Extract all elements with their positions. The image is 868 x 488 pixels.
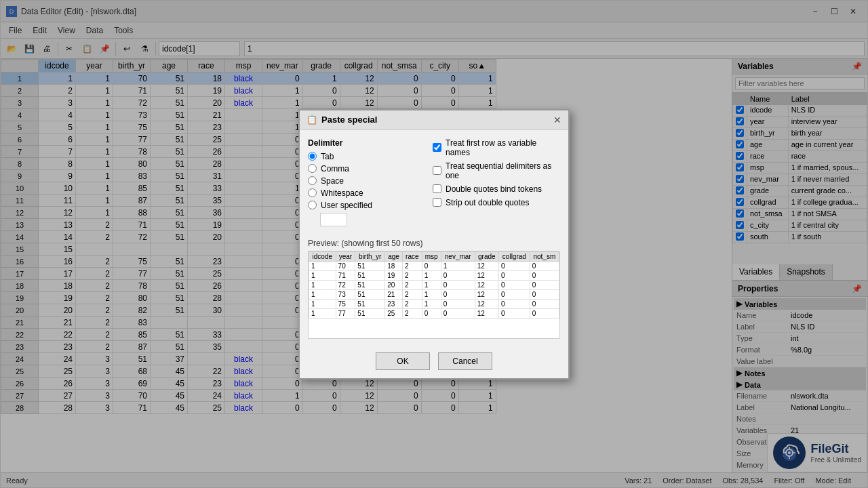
preview-col-header: year bbox=[336, 251, 355, 261]
table-row: 17551232101200 bbox=[309, 299, 559, 308]
checkbox-first-row[interactable]: Treat first row as variable names bbox=[433, 138, 560, 157]
preview-col-header: msp bbox=[422, 251, 441, 261]
cell: 18 bbox=[385, 261, 403, 270]
modal-close-button[interactable]: ✕ bbox=[553, 115, 561, 125]
cell: 0 bbox=[441, 289, 475, 299]
cell: 0 bbox=[441, 308, 475, 318]
cell: 0 bbox=[422, 261, 441, 270]
cell: 2 bbox=[402, 280, 422, 289]
cell: 0 bbox=[422, 308, 441, 318]
cell: 1 bbox=[309, 261, 336, 270]
cell: 0 bbox=[441, 299, 475, 308]
preview-section: Preview: (showing first 50 rows) idcodey… bbox=[308, 239, 560, 339]
cell: 23 bbox=[385, 299, 403, 308]
table-row: 17151192101200 bbox=[309, 270, 559, 280]
cell: 51 bbox=[355, 308, 385, 318]
table-row: 17251202101200 bbox=[309, 280, 559, 289]
cell: 2 bbox=[402, 289, 422, 299]
paste-special-modal: 📋 Paste special ✕ Delimiter Tab bbox=[298, 109, 570, 380]
radio-user-input[interactable] bbox=[308, 201, 317, 209]
cell: 51 bbox=[355, 289, 385, 299]
checkbox-strip-quotes-input[interactable] bbox=[433, 198, 441, 207]
radio-comma-input[interactable] bbox=[308, 164, 317, 173]
cell: 1 bbox=[441, 261, 475, 270]
cell: 51 bbox=[355, 299, 385, 308]
radio-whitespace-label: Whitespace bbox=[321, 188, 363, 198]
radio-whitespace[interactable]: Whitespace bbox=[308, 188, 416, 198]
cell: 0 bbox=[499, 299, 530, 308]
modal-left: Delimiter Tab Comma bbox=[308, 138, 416, 233]
cell: 1 bbox=[309, 270, 336, 280]
cell: 0 bbox=[499, 308, 530, 318]
delimiter-section: Delimiter Tab Comma bbox=[308, 138, 416, 226]
radio-space-label: Space bbox=[321, 176, 344, 186]
cell: 1 bbox=[422, 280, 441, 289]
modal-buttons: OK Cancel bbox=[300, 347, 568, 378]
cell: 2 bbox=[402, 299, 422, 308]
cell: 73 bbox=[336, 289, 355, 299]
cell: 72 bbox=[336, 280, 355, 289]
radio-space-input[interactable] bbox=[308, 176, 317, 185]
cell: 20 bbox=[385, 280, 403, 289]
cell: 0 bbox=[530, 261, 559, 270]
modal-layout: Delimiter Tab Comma bbox=[308, 138, 560, 233]
checkbox-sequential-label: Treat sequential delimiters as one bbox=[446, 161, 560, 180]
cell: 12 bbox=[475, 280, 498, 289]
cell: 12 bbox=[475, 289, 498, 299]
modal-right: Treat first row as variable names Treat … bbox=[427, 138, 560, 233]
cell: 70 bbox=[336, 261, 355, 270]
radio-tab[interactable]: Tab bbox=[308, 152, 416, 161]
checkbox-sequential[interactable]: Treat sequential delimiters as one bbox=[433, 161, 560, 180]
cell: 2 bbox=[402, 261, 422, 270]
cell: 77 bbox=[336, 308, 355, 318]
preview-table-container[interactable]: idcodeyearbirth_yrageracemspnev_margrade… bbox=[308, 251, 560, 339]
radio-whitespace-input[interactable] bbox=[308, 188, 317, 197]
radio-tab-input[interactable] bbox=[308, 152, 317, 161]
cell: 0 bbox=[499, 261, 530, 270]
checkbox-first-row-label: Treat first row as variable names bbox=[446, 138, 560, 157]
radio-user[interactable]: User specified bbox=[308, 201, 416, 210]
radio-comma-label: Comma bbox=[321, 164, 349, 174]
cell: 12 bbox=[475, 261, 498, 270]
cell: 51 bbox=[355, 280, 385, 289]
cell: 1 bbox=[309, 299, 336, 308]
cell: 21 bbox=[385, 289, 403, 299]
cell: 12 bbox=[475, 270, 498, 280]
checkbox-first-row-input[interactable] bbox=[433, 143, 441, 152]
checkbox-double-quotes-label: Double quotes bind tokens bbox=[446, 184, 542, 194]
user-specified-field[interactable] bbox=[320, 213, 347, 226]
modal-icon: 📋 bbox=[307, 115, 317, 125]
radio-space[interactable]: Space bbox=[308, 176, 416, 186]
cell: 12 bbox=[475, 308, 498, 318]
cell: 0 bbox=[530, 270, 559, 280]
preview-col-header: birth_yr bbox=[355, 251, 385, 261]
cell: 75 bbox=[336, 299, 355, 308]
preview-table: idcodeyearbirth_yrageracemspnev_margrade… bbox=[309, 251, 559, 319]
modal-title-bar: 📋 Paste special ✕ bbox=[300, 110, 568, 130]
table-row: 17351212101200 bbox=[309, 289, 559, 299]
table-row: 17751252001200 bbox=[309, 308, 559, 318]
cancel-button[interactable]: Cancel bbox=[438, 352, 492, 370]
cell: 71 bbox=[336, 270, 355, 280]
ok-button[interactable]: OK bbox=[376, 352, 430, 370]
cell: 0 bbox=[499, 270, 530, 280]
delimiter-title: Delimiter bbox=[308, 138, 416, 148]
cell: 0 bbox=[530, 308, 559, 318]
cell: 1 bbox=[309, 289, 336, 299]
checkbox-sequential-input[interactable] bbox=[433, 166, 441, 175]
modal-body: Delimiter Tab Comma bbox=[300, 130, 568, 347]
checkbox-strip-quotes[interactable]: Strip out double quotes bbox=[433, 198, 560, 207]
preview-col-header: grade bbox=[475, 251, 498, 261]
checkbox-strip-quotes-label: Strip out double quotes bbox=[446, 198, 529, 207]
checkbox-double-quotes[interactable]: Double quotes bind tokens bbox=[433, 184, 560, 194]
checkbox-double-quotes-input[interactable] bbox=[433, 184, 441, 193]
preview-title: Preview: (showing first 50 rows) bbox=[308, 239, 560, 248]
radio-comma[interactable]: Comma bbox=[308, 164, 416, 174]
preview-col-header: nev_mar bbox=[441, 251, 475, 261]
checkbox-group: Treat first row as variable names Treat … bbox=[433, 138, 560, 207]
preview-col-header: age bbox=[385, 251, 403, 261]
modal-title-text: Paste special bbox=[321, 115, 377, 125]
cell: 1 bbox=[422, 270, 441, 280]
preview-col-header: race bbox=[402, 251, 422, 261]
cell: 1 bbox=[422, 289, 441, 299]
